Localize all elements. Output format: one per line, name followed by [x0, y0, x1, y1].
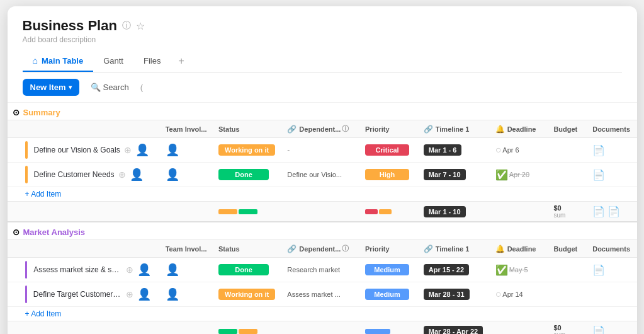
new-item-label: New Item [30, 83, 66, 92]
doc-icon[interactable]: 📄 [592, 170, 605, 180]
priority-cell[interactable]: High [360, 163, 419, 187]
add-item-row-summary[interactable]: + Add Item [8, 187, 637, 202]
table-row: Assess market size & scope ⊕ 👤 👤 Done Re… [8, 258, 637, 282]
task-name-text: Define our Vision & Goals [34, 146, 120, 154]
add-item-label-market[interactable]: + Add Item [25, 309, 62, 318]
board-subtitle[interactable]: Add board description [23, 35, 622, 44]
total-status-m [213, 321, 282, 335]
status-mini-bars [218, 209, 277, 214]
timeline-bar: Mar 7 - 10 [424, 169, 466, 180]
mini-bar-working [218, 209, 237, 214]
priority-cell[interactable]: Medium [360, 282, 419, 307]
total-docs: 📄 📄 [587, 202, 636, 222]
info-icon[interactable]: ⓘ [122, 20, 131, 32]
priority-badge[interactable]: High [365, 169, 409, 180]
add-subtask-icon[interactable]: ⊕ [124, 145, 132, 155]
tab-main-table[interactable]: ⌂ Main Table [23, 50, 94, 72]
col-dependent: 🔗 Dependent... ⓘ [282, 120, 360, 138]
person-icon: 👤 [137, 263, 151, 277]
dep-info-icon-m[interactable]: ⓘ [342, 244, 349, 253]
task-name-text: Define Customer Needs [34, 170, 115, 179]
timeline-bar: Mar 28 - 31 [424, 289, 470, 300]
status-badge[interactable]: Working on it [218, 289, 275, 300]
status-badge[interactable]: Done [218, 169, 269, 180]
priority-cell[interactable]: Critical [360, 138, 419, 163]
tab-files[interactable]: Files [133, 51, 171, 72]
group-strip [25, 141, 28, 159]
add-item-label[interactable]: + Add Item [25, 190, 62, 199]
summary-totals-summary: Mar 1 - 10 $0 sum 📄 📄 [8, 202, 637, 222]
col-budget-m: Budget [548, 240, 587, 258]
dep-info-icon[interactable]: ⓘ [342, 124, 349, 134]
deadline-circle-icon: ○ [495, 144, 502, 156]
doc-cell: 📄 [587, 163, 636, 187]
doc-icon-m[interactable]: 📄 [592, 326, 605, 334]
total-deadline [490, 202, 549, 222]
group-title-market: ⊙ Market Analysis [13, 227, 632, 237]
search-button[interactable]: 🔍 Search [84, 79, 135, 96]
col-task-name-m [8, 240, 161, 258]
doc-icon[interactable]: 📄 [592, 265, 605, 275]
summary-totals-market: Mar 28 - Apr 22 $0 sum 📄 [8, 321, 637, 335]
col-documents: Documents [587, 120, 636, 138]
priority-badge[interactable]: Medium [365, 289, 409, 300]
status-badge[interactable]: Working on it [218, 144, 275, 156]
status-cell[interactable]: Working on it [213, 138, 282, 163]
tab-bar: ⌂ Main Table Gantt Files + [23, 50, 622, 72]
deadline-text: Apr 6 [502, 146, 519, 154]
summary-timeline-bar-m: Mar 28 - Apr 22 [424, 326, 483, 335]
timeline-cell: Mar 1 - 6 [419, 138, 490, 163]
col-task-name [8, 120, 161, 138]
person-icon: 👤 [135, 143, 149, 157]
doc-icon[interactable]: 📄 [592, 145, 605, 156]
add-subtask-icon[interactable]: ⊕ [118, 170, 126, 180]
priority-cell[interactable]: Medium [360, 258, 419, 282]
tab-files-label: Files [144, 56, 161, 66]
status-cell[interactable]: Done [213, 163, 282, 187]
budget-sum-amount-m: $0 [553, 324, 582, 331]
new-item-button[interactable]: New Item ▾ [23, 79, 79, 96]
doc-icon-2[interactable]: 📄 [607, 206, 620, 217]
person-icon: 👤 [130, 168, 144, 181]
bell-icon-m: 🔔 [495, 245, 505, 253]
total-priority-m [360, 321, 419, 335]
group-name-summary: Summary [23, 108, 60, 117]
add-item-row-market[interactable]: + Add Item [8, 307, 637, 321]
total-timeline: Mar 1 - 10 [419, 202, 490, 222]
add-subtask-icon[interactable]: ⊕ [126, 265, 133, 275]
team-person-icon: 👤 [166, 168, 179, 181]
total-name-m [8, 321, 161, 335]
toolbar-extra: ( [140, 83, 143, 92]
search-icon: 🔍 [91, 83, 101, 92]
group-strip-market [25, 285, 27, 303]
group-strip-market [25, 261, 28, 279]
status-badge[interactable]: Done [218, 264, 269, 275]
budget-sum-label-m: sum [553, 331, 582, 334]
total-name-cell [8, 202, 161, 222]
task-name-cell: Define Target Customer & Need ⊕ 👤 [8, 282, 161, 307]
task-name-cell: Define Customer Needs ⊕ 👤 [8, 163, 161, 187]
priority-badge[interactable]: Medium [365, 264, 409, 275]
status-cell[interactable]: Working on it [213, 282, 282, 307]
add-subtask-icon[interactable]: ⊕ [126, 289, 133, 299]
group-collapse-icon[interactable]: ⊙ [13, 108, 20, 117]
total-docs-m: 📄 [587, 321, 636, 335]
task-name-cell: Define our Vision & Goals ⊕ 👤 [8, 138, 161, 163]
status-cell[interactable]: Done [213, 258, 282, 282]
timeline-cell: Apr 15 - 22 [419, 258, 490, 282]
group-collapse-icon-market[interactable]: ⊙ [13, 227, 20, 237]
tab-gantt[interactable]: Gantt [93, 51, 133, 72]
status-mini-bars-m [218, 329, 277, 334]
title-row: Business Plan ⓘ ☆ [23, 18, 622, 34]
star-icon[interactable]: ☆ [136, 20, 145, 32]
person-icon: 👤 [137, 287, 151, 301]
tab-add-button[interactable]: + [171, 50, 191, 72]
budget-cell [548, 138, 587, 163]
doc-cell: 📄 [587, 258, 636, 282]
col-status-m: Status [213, 240, 282, 258]
dep-cell: Define our Visio... [282, 163, 360, 187]
mini-bar-critical [365, 209, 378, 214]
priority-badge[interactable]: Critical [365, 144, 409, 156]
doc-icon[interactable]: 📄 [592, 206, 605, 217]
col-team: Team Invol... [161, 120, 213, 138]
